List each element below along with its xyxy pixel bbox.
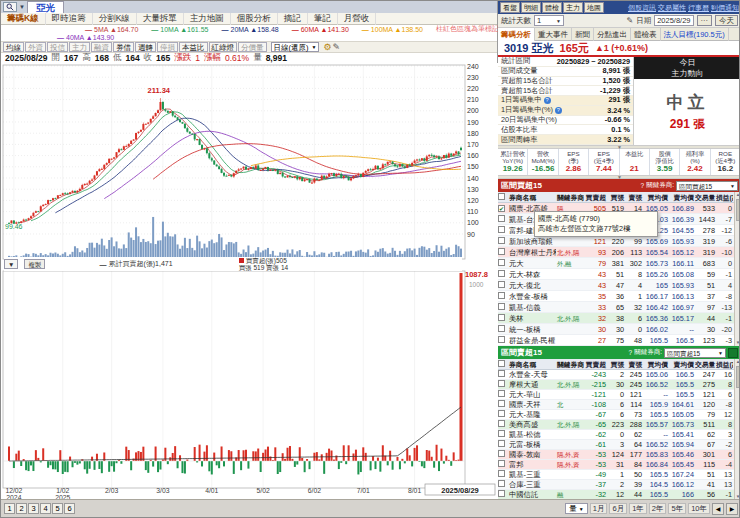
toolbar-button-4[interactable]: 主力 <box>69 42 90 52</box>
toolbar-button-8[interactable]: 停損 <box>157 42 178 52</box>
panel-button-2[interactable]: 明細 <box>521 2 541 13</box>
broker-row[interactable]: 永豐金-板橋35361166.17166.1337-8 <box>498 291 740 302</box>
row-checkbox[interactable] <box>498 225 508 236</box>
toolbar-button-2[interactable]: 外資 <box>25 42 46 52</box>
broker-row[interactable]: 凱基-信義336532166.42166.9797-13 <box>498 302 740 313</box>
edit-icon[interactable]: ✎ <box>626 16 633 26</box>
stat-days-select[interactable]: 1▼ <box>534 15 564 26</box>
broker-row[interactable]: 元大-基隆-67673165.5165.057912 <box>498 410 740 420</box>
menu-tab-3[interactable]: 分割K線 <box>93 13 137 25</box>
statusbar-select[interactable]: 量 ▼ <box>565 503 588 514</box>
row-checkbox[interactable] <box>498 440 508 450</box>
today-button[interactable]: 今天 <box>715 15 738 26</box>
menu-tab-1[interactable]: 籌碼K線 <box>1 13 46 25</box>
page-button-2[interactable]: 2 <box>16 503 27 514</box>
broker-row[interactable]: 富邦隔,外,資-533184166.84165.45115-4 <box>498 460 740 470</box>
broker-row[interactable]: 元大外,融79381302165.73166.116830 <box>498 258 740 269</box>
panel-button-4[interactable]: 主力 <box>563 2 583 13</box>
help-icon-2[interactable]: ? <box>629 349 633 356</box>
panel-link-1[interactable]: 個股資訊 <box>628 3 656 13</box>
row-checkbox[interactable] <box>498 313 508 324</box>
broker-row[interactable]: 元大-華山-1210121--165.51216 <box>498 390 740 400</box>
row-checkbox[interactable] <box>498 247 508 258</box>
search-icon[interactable] <box>3 2 17 12</box>
question-icon[interactable]: ? <box>555 107 562 114</box>
panel-tab-6[interactable]: 法人目標(190.5元) <box>661 28 729 41</box>
row-checkbox[interactable] <box>498 390 508 400</box>
panel-link-2[interactable]: 交易屬性 <box>658 3 686 13</box>
row-checkbox[interactable] <box>498 302 508 313</box>
row-checkbox[interactable] <box>498 269 508 280</box>
date-more-button[interactable]: ··· <box>697 15 713 26</box>
row-checkbox[interactable] <box>498 450 508 460</box>
row-checkbox[interactable] <box>498 291 508 302</box>
broker-row[interactable]: 美林北,外,隔32386165.36165.1744-1 <box>498 313 740 324</box>
buy-key-broker-select[interactable]: 區間買超15▼ <box>676 181 738 191</box>
pane2-copy-button[interactable]: 複製 <box>24 259 45 269</box>
select-all-checkbox[interactable] <box>498 192 508 203</box>
broker-row[interactable]: 國票-天祥北-1086114165.9164.61120-8 <box>498 400 740 410</box>
toolbar-button-7[interactable]: 週轉 <box>135 42 156 52</box>
broker-row[interactable]: 元富-板橋-61364166.52165.9467-2 <box>498 440 740 450</box>
question-icon[interactable]: ? <box>544 97 551 104</box>
broker-row[interactable]: 凱基-三重-49150165.5167.245113 <box>498 470 740 480</box>
row-checkbox[interactable] <box>498 324 508 335</box>
menu-tab-5[interactable]: 主力地圖 <box>184 13 231 25</box>
row-checkbox[interactable] <box>498 370 508 380</box>
broker-row[interactable]: 新加坡商瑞銀12122099165.69165.93319-6 <box>498 236 740 247</box>
sell-table-scrollbar[interactable]: ▲▼ <box>734 359 740 500</box>
broker-row[interactable]: 凱基-松德-62062--165.41623 <box>498 430 740 440</box>
row-checkbox[interactable] <box>498 258 508 269</box>
broker-row[interactable]: 群益金鼎-民權277548165.5166.5123-3 <box>498 335 740 346</box>
period-button-4[interactable]: 2年 <box>649 503 667 514</box>
menu-tab-4[interactable]: 大量拆單 <box>137 13 184 25</box>
panel-button-3[interactable]: 體檢 <box>542 2 562 13</box>
settings-button[interactable] <box>728 348 738 358</box>
help-icon[interactable]: ? <box>641 182 645 189</box>
panel-button-1[interactable]: 看盤 <box>500 2 520 13</box>
select-all-checkbox[interactable] <box>498 359 508 370</box>
menu-tab-2[interactable]: 即時追籌 <box>46 13 93 25</box>
panel-button-5[interactable]: 地圖 <box>584 2 604 13</box>
row-checkbox[interactable] <box>498 420 508 430</box>
page-button-4[interactable]: 4 <box>40 503 51 514</box>
chart-host[interactable]: 2402302202102001901801701601501401301201… <box>1 63 498 501</box>
price-volume-chart[interactable]: 2402302202102001901801701601501401301201… <box>1 63 498 501</box>
scroll-right-icon[interactable]: ▶ <box>726 503 738 515</box>
toolbar-button-1[interactable]: 均線 <box>3 42 24 52</box>
menu-tab-7[interactable]: 摘記 <box>278 13 308 25</box>
panel-link-4[interactable]: 到價通知 <box>711 3 739 13</box>
period-button-6[interactable]: 10年 <box>688 503 710 514</box>
broker-row[interactable]: 元大-林森43518165.26165.0859-1 <box>498 269 740 280</box>
stock-title-tab[interactable]: 亞光 <box>27 1 64 13</box>
menu-tab-9[interactable]: 月營收 <box>338 13 377 25</box>
panel-tab-1[interactable]: 籌碼分析 <box>498 28 535 41</box>
row-checkbox[interactable] <box>498 460 508 470</box>
broker-row[interactable]: 台灣摩根士丹利北,外,隔93206113165.54165.12319-10 <box>498 247 740 258</box>
broker-row[interactable]: 永豐金-天母-2432245165.06166.524716 <box>498 370 740 380</box>
page-button-1[interactable]: 1 <box>4 503 15 514</box>
row-checkbox[interactable] <box>498 490 508 500</box>
period-select[interactable]: 日線(還原)▼ <box>271 42 320 52</box>
row-checkbox[interactable] <box>498 400 508 410</box>
row-checkbox[interactable] <box>498 214 508 225</box>
broker-row[interactable]: 元大-復北43474165165.93514 <box>498 280 740 291</box>
period-button-5[interactable]: 5年 <box>668 503 686 514</box>
toolbar-button-6[interactable]: 券借 <box>113 42 134 52</box>
row-checkbox[interactable] <box>498 410 508 420</box>
row-checkbox[interactable] <box>498 480 508 490</box>
panel-tab-4[interactable]: 分點進出 <box>594 28 631 41</box>
chevron-down-icon[interactable]: ▼ <box>19 4 25 10</box>
period-button-3[interactable]: 1年 <box>629 503 647 514</box>
toolbar-button-10[interactable]: 紅綠燈 <box>209 42 238 52</box>
panel-link-3[interactable]: 行事曆 <box>688 3 709 13</box>
panel-tab-3[interactable]: 新聞 <box>572 28 594 41</box>
panel-tab-5[interactable]: 體檢表 <box>631 28 661 41</box>
row-checkbox[interactable] <box>498 335 508 346</box>
panel-tab-2[interactable]: 重大事件 <box>535 28 572 41</box>
toolbar-button-11[interactable]: 分價量 <box>238 42 267 52</box>
broker-row[interactable]: 國泰-敦南隔,外,資-53124177165.83165.463016 <box>498 450 740 460</box>
pencil-icon[interactable]: ✎ <box>333 42 341 52</box>
toolbar-button-9[interactable]: 本益比 <box>179 42 208 52</box>
menu-tab-8[interactable]: 筆記 <box>308 13 338 25</box>
